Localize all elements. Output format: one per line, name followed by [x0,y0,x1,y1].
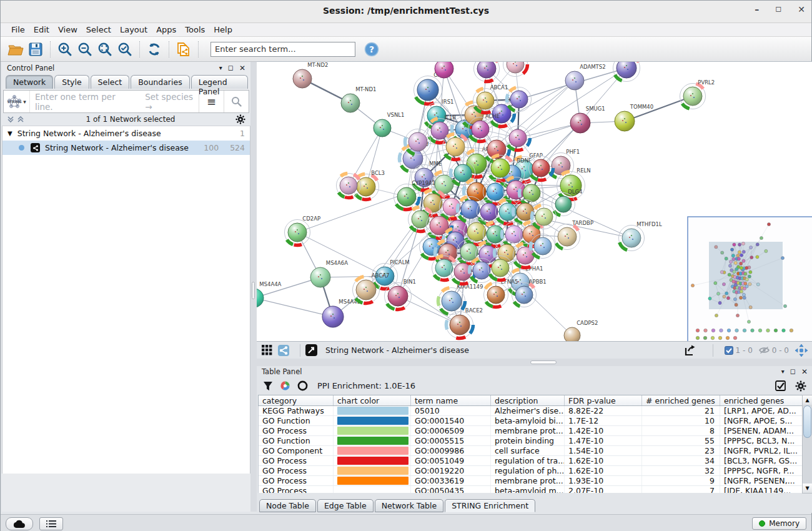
network-node-cd2ap[interactable]: CD2AP [285,216,321,246]
network-node[interactable] [435,62,453,78]
panel-float-icon[interactable]: ◻ [228,64,234,72]
cp-tab-boundaries[interactable]: Boundaries [131,75,189,89]
network-node-tomm40[interactable]: TOMM40 [615,104,653,131]
network-node[interactable] [474,62,500,82]
network-node-adamts2[interactable]: ADAMTS2 [565,64,606,90]
vertical-splitter[interactable] [250,62,257,512]
cp-tab-network[interactable]: Network [6,75,53,89]
network-node-pvrl2[interactable]: PVRL2 [680,79,715,109]
network-node[interactable] [432,256,457,280]
task-list-button[interactable] [39,517,63,530]
table-panel-float-icon[interactable]: ◻ [790,367,796,375]
column-header--enriched-genes[interactable]: # enriched genes [642,395,720,405]
network-node[interactable] [443,134,468,160]
column-header-enriched-genes[interactable]: enriched genes [720,395,801,405]
column-header-description[interactable]: description [491,395,565,405]
network-row[interactable]: String Network - Alzheimer's disease 100… [2,141,250,155]
zoom-fit-button[interactable] [95,40,115,59]
menu-item-select[interactable]: Select [82,24,116,36]
table-row[interactable]: GO ProcessGO:0051049regulation of tra...… [259,456,802,466]
cp-tab-style[interactable]: Style [54,75,89,89]
open-session-button[interactable] [6,40,26,59]
network-from-file-button[interactable] [174,40,194,59]
table-panel-menu-icon[interactable]: ▾ [781,368,785,375]
table-panel-close-icon[interactable]: ✕ [801,367,808,376]
network-node[interactable] [513,200,538,224]
zoom-selected-button[interactable] [115,40,135,59]
cp-tab-legend-panel[interactable]: Legend Panel [191,75,248,89]
table-row[interactable]: GO FunctionGO:0001540beta-amyloid bi...1… [259,416,802,426]
table-row[interactable]: GO ProcessGO:0033619membrane prot...1.93… [259,476,802,486]
network-view[interactable]: MT-ND2MT-ND1VSNL1GAB2ADAMTS2PVRL2TOMM40S… [257,61,812,341]
menu-item-layout[interactable]: Layout [116,24,152,36]
network-node[interactable] [470,259,494,283]
table-row[interactable]: KEGG Pathways05010Alzheimer's dise...8.8… [259,406,802,416]
column-header-category[interactable]: category [259,395,334,405]
help-icon[interactable]: ? [364,42,379,57]
minimize-button[interactable]: – [755,4,759,14]
table-row[interactable]: GO ProcessGO:0006509membrane prot...1.42… [259,426,802,436]
string-search-button[interactable] [224,91,249,112]
collapse-expand-icons[interactable] [7,116,26,123]
select-checkbox-icon[interactable] [775,380,786,392]
menu-item-file[interactable]: File [7,24,29,36]
table-tab-string-enrichment[interactable]: STRING Enrichment [445,499,535,512]
search-input[interactable] [210,42,355,57]
selected-checkbox-icon[interactable] [725,346,733,355]
zoom-out-button[interactable] [75,40,95,59]
table-row[interactable]: GO ComponentGO:0009986cell surface1.54E-… [259,446,802,456]
network-node-smug1[interactable]: SMUG1 [570,106,605,133]
chart-donut-icon[interactable] [280,380,290,391]
settings-gear-icon[interactable] [795,380,806,392]
network-node-tardbp[interactable]: TARDBP [555,220,594,250]
network-node-mt-nd2[interactable]: MT-ND2 [293,62,328,88]
menu-item-tools[interactable]: Tools [181,24,209,36]
table-tab-edge-table[interactable]: Edge Table [317,499,374,512]
network-node[interactable] [506,126,530,151]
column-header-chart-color[interactable]: chart color [334,395,411,405]
string-query-placeholder[interactable]: Enter one term per line. [35,92,129,112]
zoom-in-button[interactable] [55,40,75,59]
column-header-fdr-p-value[interactable]: FDR p-value [565,395,642,405]
network-node[interactable] [488,256,513,280]
table-row[interactable]: GO FunctionGO:0005515protein binding1.47… [259,436,802,446]
table-row[interactable]: GO ProcessGO:0019220regulation of ph...1… [259,466,802,476]
birdseye-view[interactable] [688,217,812,342]
network-node[interactable] [432,172,457,197]
birdseye-toggle-button[interactable] [795,344,808,357]
panel-close-icon[interactable]: ✕ [239,64,245,72]
save-session-button[interactable] [26,40,46,59]
table-header[interactable]: categorychart colorterm namedescriptionF… [258,395,802,406]
network-node[interactable] [532,205,557,229]
network-collection-row[interactable]: ▼ String Network - Alzheimer's disease 1 [2,126,250,141]
tree-expand-icon[interactable]: ▼ [7,130,12,137]
network-node[interactable] [451,260,475,284]
scrollbar-thumb[interactable] [803,405,811,438]
scroll-down-icon[interactable]: ▼ [803,484,812,493]
panel-menu-icon[interactable]: ▾ [219,64,222,71]
detach-view-button[interactable] [305,344,317,356]
export-network-button[interactable] [683,344,696,357]
memory-button[interactable]: Memory [752,517,806,530]
filter-icon[interactable] [263,381,273,391]
column-header-term-name[interactable]: term name [411,395,491,405]
network-node[interactable] [408,207,433,232]
network-node-vsnl1[interactable]: VSNL1 [374,112,404,137]
gear-icon[interactable] [235,114,245,124]
table-tab-network-table[interactable]: Network Table [375,499,444,512]
network-node[interactable] [529,156,553,181]
string-logo-icon[interactable]: STRING ▾ [4,91,30,112]
ring-chart-icon[interactable] [297,380,308,391]
network-node-bace2[interactable]: BACE2 [446,307,483,339]
cp-tab-select[interactable]: Select [91,75,130,89]
set-species-label[interactable]: Set species → [145,92,199,112]
table-tab-node-table[interactable]: Node Table [259,499,316,512]
close-button[interactable]: ✕ [798,4,805,14]
task-history-button[interactable] [6,517,33,530]
maximize-button[interactable]: ◻ [775,4,781,14]
network-node-bcl3[interactable]: BCL3 [354,170,385,200]
network-node[interactable] [405,129,430,155]
table-row[interactable]: GO ProcessGO:0050435beta-amyloid m...2.0… [259,486,802,493]
refresh-layout-button[interactable] [144,40,164,59]
network-node-mthfd1l[interactable]: MTHFD1L [619,221,663,251]
